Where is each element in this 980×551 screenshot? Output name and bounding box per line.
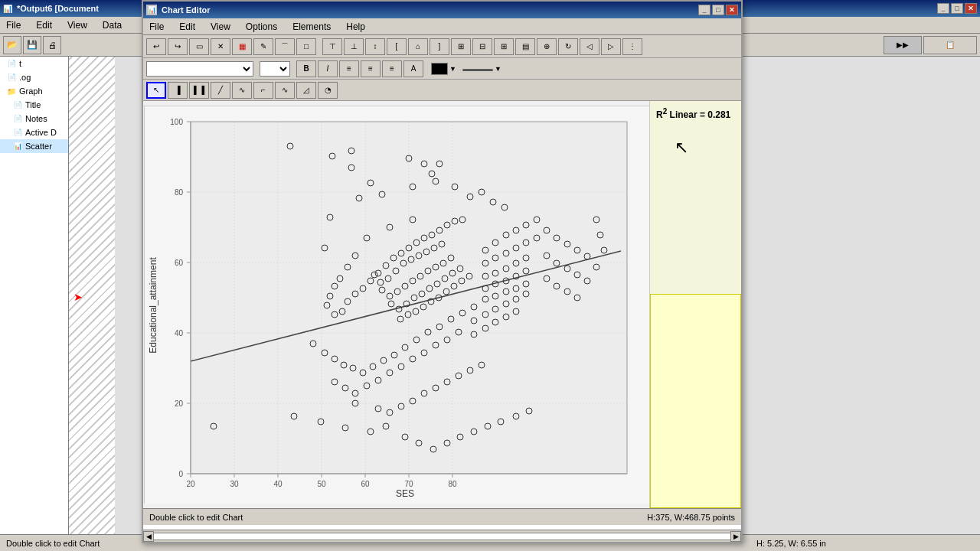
hscroll-left-btn[interactable]: ◀: [143, 531, 154, 542]
line-arrow[interactable]: ▼: [495, 65, 501, 73]
spss-status-right: H: 5.25, W: 6.55 in: [756, 539, 826, 548]
nav-item-graph[interactable]: 📁 Graph: [0, 84, 68, 98]
chart-menu-options[interactable]: Options: [243, 20, 280, 34]
bracket-m-btn[interactable]: ⌂: [408, 38, 428, 55]
grid-btn[interactable]: ⊞: [494, 38, 514, 55]
chart-type-area-btn[interactable]: ◿: [296, 82, 316, 99]
output-maximize-btn[interactable]: □: [951, 3, 963, 14]
r2-linear-label: R2 Linear = 0.281: [656, 107, 730, 120]
chart-type-multibar-btn[interactable]: ▌▐: [189, 82, 209, 99]
pin-btn[interactable]: ⊕: [537, 38, 557, 55]
svg-text:60: 60: [361, 480, 370, 488]
toolbar-print-btn[interactable]: 🖨: [43, 36, 61, 54]
select-all-btn[interactable]: ▭: [189, 38, 209, 55]
color-picker[interactable]: [431, 63, 448, 75]
toolbar-open-btn[interactable]: 📂: [3, 36, 21, 54]
output-status-text: Double click to edit Chart: [6, 539, 100, 548]
box-v-btn[interactable]: ⊟: [472, 38, 492, 55]
chart-type-select-btn[interactable]: ↖: [146, 82, 166, 99]
nav-item-notes[interactable]: 📄 Notes: [0, 112, 68, 126]
chart-minimize-btn[interactable]: _: [698, 5, 710, 15]
output-minimize-btn[interactable]: _: [937, 3, 949, 14]
box-h-btn[interactable]: ⊞: [451, 38, 471, 55]
svg-text:20: 20: [174, 399, 183, 408]
nav-item-t[interactable]: 📄 t: [0, 57, 68, 70]
chart-type-bar-btn[interactable]: ▐: [168, 82, 188, 99]
bold-btn[interactable]: B: [296, 60, 316, 77]
chart-hscroll[interactable]: ◀ ▶: [143, 530, 741, 542]
nav-icon-graph: 📁: [6, 86, 17, 96]
spss-bottom-statusbar: H: 5.25, W: 6.55 in: [750, 534, 980, 551]
nav-item-title[interactable]: 📄 Title: [0, 98, 68, 112]
output-nav-tree: 📄 t 📄 .og 📁 Graph 📄 Title 📄 Notes 📄: [0, 57, 69, 534]
align-bot-btn[interactable]: ↕: [365, 38, 385, 55]
chart-menu-view[interactable]: View: [207, 20, 234, 34]
line-style-picker[interactable]: [462, 69, 493, 71]
chart-status-right: H:375, W:468.75 points: [647, 513, 735, 522]
bracket-r-btn[interactable]: ]: [430, 38, 449, 55]
chart-status-left: Double click to edit Chart: [149, 513, 243, 522]
align-top-btn[interactable]: ⊤: [322, 38, 342, 55]
chart-toolbar-types: ↖ ▐ ▌▐ ╱ ∿ ⌐ ∿ ◿ ◔: [143, 80, 741, 101]
svg-text:0: 0: [178, 470, 183, 478]
italic-btn[interactable]: I: [318, 60, 338, 77]
chart-type-smooth-btn[interactable]: ∿: [275, 82, 295, 99]
output-menu-file[interactable]: File: [3, 18, 24, 32]
chart-type-pie-btn[interactable]: ◔: [318, 82, 338, 99]
chart-canvas-area: Educational_attainment SES 0 20 40: [143, 101, 741, 508]
toolbar-nav-btn[interactable]: ▶▶: [884, 36, 922, 54]
font-family-select[interactable]: [146, 61, 253, 77]
chart-type-dotline-btn[interactable]: ∿: [232, 82, 252, 99]
rotate-btn[interactable]: ↻: [558, 38, 578, 55]
table-btn[interactable]: ▤: [515, 38, 535, 55]
toolbar-viewer-btn[interactable]: 📋: [923, 36, 977, 54]
font-size-btn[interactable]: A: [403, 60, 423, 77]
bar-btn[interactable]: ▦: [232, 38, 252, 55]
bracket-l-btn[interactable]: [: [387, 38, 407, 55]
nav-item-scatter[interactable]: 📊 Scatter: [0, 139, 68, 153]
chart-menu-file[interactable]: File: [146, 20, 167, 34]
align-center-btn[interactable]: ≡: [361, 60, 381, 77]
output-title-text: *Output6 [Document: [17, 4, 99, 13]
move-right-btn[interactable]: ▷: [601, 38, 621, 55]
color-arrow[interactable]: ▼: [449, 65, 456, 73]
cut-btn[interactable]: ✕: [211, 38, 230, 55]
chart-close-btn[interactable]: ✕: [726, 5, 738, 15]
nav-icon-notes: 📄: [12, 113, 23, 124]
output-menu-data[interactable]: Data: [100, 18, 125, 32]
scatter-plot-container[interactable]: Educational_attainment SES 0 20 40: [144, 106, 649, 504]
align-mid-btn[interactable]: ⊥: [344, 38, 364, 55]
svg-text:30: 30: [230, 480, 239, 488]
chart-menu-edit[interactable]: Edit: [176, 20, 198, 34]
nav-item-active[interactable]: 📄 Active D: [0, 126, 68, 139]
nav-icon-active: 📄: [12, 127, 23, 138]
chart-title-icon: 📊: [146, 5, 157, 15]
redo-btn[interactable]: ↪: [168, 38, 188, 55]
font-size-select[interactable]: [260, 61, 290, 77]
chart-menu-elements[interactable]: Elements: [289, 20, 334, 34]
svg-text:40: 40: [174, 329, 183, 337]
chart-menu-help[interactable]: Help: [343, 20, 368, 34]
svg-text:Educational_attainment: Educational_attainment: [148, 257, 158, 354]
extra-btn[interactable]: ⋮: [622, 38, 642, 55]
output-menu-edit[interactable]: Edit: [33, 18, 55, 32]
chart-type-stepline-btn[interactable]: ⌐: [253, 82, 273, 99]
output-title-icon: 📊: [3, 5, 12, 13]
output-close-btn[interactable]: ✕: [965, 3, 977, 14]
hscroll-right-btn[interactable]: ▶: [730, 531, 741, 542]
chart-editor-window: 📊 Chart Editor _ □ ✕ File Edit View Opti…: [142, 0, 743, 543]
rect-select-btn[interactable]: □: [296, 38, 316, 55]
chart-type-line-btn[interactable]: ╱: [211, 82, 230, 99]
toolbar-save-btn[interactable]: 💾: [23, 36, 41, 54]
chart-maximize-btn[interactable]: □: [712, 5, 724, 15]
move-left-btn[interactable]: ◁: [580, 38, 599, 55]
undo-btn[interactable]: ↩: [146, 38, 166, 55]
edit2-btn[interactable]: ✎: [253, 38, 273, 55]
output-menu-view[interactable]: View: [64, 18, 90, 32]
align-left-btn[interactable]: ≡: [339, 60, 359, 77]
nav-item-log[interactable]: 📄 .og: [0, 70, 68, 84]
hscroll-track: [154, 533, 730, 540]
lasso-btn[interactable]: ⌒: [275, 38, 295, 55]
nav-label-title: Title: [25, 100, 41, 109]
align-right-btn[interactable]: ≡: [382, 60, 402, 77]
